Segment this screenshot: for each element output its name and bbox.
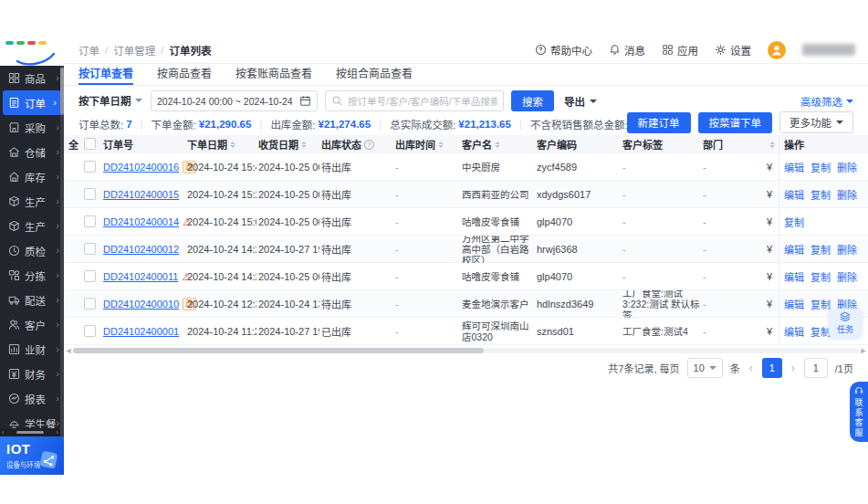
sidebar-item-客户[interactable]: 客户› — [0, 312, 64, 337]
column-header-cust[interactable]: 客户名 — [462, 135, 535, 153]
tab-按组合商品查看[interactable]: 按组合商品查看 — [336, 64, 413, 85]
sidebar-item-label: 订单 — [25, 96, 46, 110]
business-finance-icon — [8, 343, 20, 355]
topbar-action-设置[interactable]: 设置 — [715, 43, 751, 58]
order-by-recipe-button[interactable]: 按菜谱下单 — [698, 112, 773, 133]
sidebar-item-业财[interactable]: 业财› — [0, 337, 64, 362]
iot-module[interactable]: IOT 设备与环境 — [0, 436, 64, 475]
tab-按商品查看[interactable]: 按商品查看 — [157, 64, 212, 85]
op-复制-link[interactable]: 复制 — [810, 297, 831, 311]
sort-icon[interactable] — [769, 142, 775, 148]
op-编辑-link[interactable]: 编辑 — [784, 187, 804, 202]
op-复制-link[interactable]: 复制 — [810, 187, 831, 202]
op-编辑-link[interactable]: 编辑 — [784, 324, 804, 339]
op-复制-link[interactable]: 复制 — [784, 215, 804, 229]
date-range-input[interactable] — [151, 90, 318, 111]
date-range-value[interactable] — [157, 96, 294, 107]
sidebar-item-仓储[interactable]: 仓储› — [0, 140, 64, 164]
sidebar-hscrollbar[interactable]: ‹› — [0, 428, 60, 436]
hscroll-thumb[interactable] — [73, 348, 484, 353]
search-input[interactable] — [348, 96, 497, 107]
row-checkbox[interactable] — [84, 215, 96, 227]
sort-icon[interactable] — [495, 142, 500, 148]
order-number-link[interactable]: DD24102400012 — [103, 244, 179, 255]
prev-page-button[interactable]: ‹ — [748, 362, 755, 374]
sidebar-item-库存[interactable]: 库存› — [0, 164, 64, 189]
order-number-link[interactable]: DD24102400014 — [103, 216, 179, 227]
new-order-button[interactable]: 新建订单 — [627, 112, 691, 133]
column-header-recv[interactable]: 收货日期 — [258, 135, 319, 153]
topbar-action-帮助中心[interactable]: 帮助中心 — [535, 43, 592, 58]
sort-icon[interactable] — [301, 142, 307, 148]
sidebar-item-订单[interactable]: 订单› — [3, 90, 61, 115]
op-编辑-link[interactable]: 编辑 — [784, 242, 804, 257]
order-number-link[interactable]: DD24102400001 — [103, 326, 179, 337]
sidebar-item-报表[interactable]: 报表› — [0, 386, 64, 411]
user-name-masked[interactable] — [802, 44, 855, 56]
order-number-link[interactable]: DD24102400016 — [103, 162, 179, 173]
chevron-down-icon — [709, 366, 716, 370]
op-删除-link[interactable]: 删除 — [837, 269, 857, 284]
select-all-checkbox[interactable] — [84, 138, 96, 150]
row-checkbox[interactable] — [84, 188, 96, 200]
op-删除-link[interactable]: 删除 — [837, 187, 857, 202]
scroll-left-icon[interactable]: ◄ — [64, 346, 73, 355]
topbar-action-消息[interactable]: 消息 — [609, 43, 645, 58]
tab-按订单查看[interactable]: 按订单查看 — [78, 64, 133, 85]
search-input-wrap — [325, 90, 504, 111]
op-删除-link[interactable]: 删除 — [837, 160, 857, 174]
tab-按套账商品查看[interactable]: 按套账商品查看 — [235, 64, 312, 85]
search-button[interactable]: 搜索 — [511, 90, 554, 111]
sidebar-item-商品[interactable]: 商品› — [0, 66, 64, 90]
stat-label: 总实际成交额: — [390, 117, 455, 131]
sidebar-item-label: 生产 — [25, 219, 46, 234]
per-page-select[interactable]: 10 — [687, 358, 723, 378]
date-type-select[interactable]: 按下单日期 — [78, 93, 142, 108]
avatar[interactable] — [768, 41, 786, 59]
order-number-link[interactable]: DD24102400015 — [103, 189, 179, 200]
breadcrumb-item[interactable]: 订单 — [78, 43, 99, 58]
scroll-right-icon[interactable]: ► — [859, 346, 868, 355]
contact-support-tab[interactable]: 联系客服 — [850, 382, 868, 442]
export-button[interactable]: 导出 — [564, 94, 597, 109]
sidebar-item-生产[interactable]: 生产› — [0, 214, 64, 238]
calendar-icon — [299, 95, 311, 107]
op-复制-link[interactable]: 复制 — [810, 269, 831, 284]
current-page-button[interactable]: 1 — [762, 358, 782, 378]
more-functions-button[interactable]: 更多功能 — [779, 111, 853, 133]
column-header-amt[interactable] — [767, 135, 778, 153]
info-icon[interactable]: ? — [364, 140, 374, 150]
row-checkbox[interactable] — [84, 298, 96, 310]
column-header-out[interactable]: 出库时间 — [395, 135, 457, 153]
advanced-filter-button[interactable]: 高级筛选 — [800, 94, 853, 109]
page-jump-input[interactable]: 1 — [804, 358, 828, 378]
op-编辑-link[interactable]: 编辑 — [784, 269, 804, 284]
order-number-link[interactable]: DD24102400010 — [103, 299, 179, 310]
sidebar-item-质检[interactable]: 质检› — [0, 238, 64, 263]
next-page-button[interactable]: › — [790, 362, 797, 374]
op-编辑-link[interactable]: 编辑 — [784, 297, 804, 311]
column-header-place[interactable]: 下单日期 — [187, 135, 256, 153]
op-复制-link[interactable]: 复制 — [810, 160, 831, 174]
sidebar-item-生产[interactable]: 生产› — [0, 189, 64, 214]
op-删除-link[interactable]: 删除 — [837, 242, 857, 257]
sidebar-item-配送[interactable]: 配送› — [0, 288, 64, 312]
sidebar-item-采购[interactable]: 采购› — [0, 115, 64, 140]
row-checkbox[interactable] — [84, 270, 96, 282]
sort-icon[interactable] — [438, 142, 444, 148]
cell-dept: - — [703, 290, 759, 318]
sort-icon[interactable] — [230, 142, 235, 148]
op-复制-link[interactable]: 复制 — [810, 242, 831, 257]
breadcrumb-item[interactable]: 订单管理 — [113, 43, 155, 58]
sidebar-item-财务[interactable]: 财务› — [0, 362, 64, 386]
op-编辑-link[interactable]: 编辑 — [784, 160, 804, 174]
sidebar-item-分拣[interactable]: 分拣› — [0, 263, 64, 288]
task-floating-button[interactable]: 任务 — [829, 309, 862, 338]
order-number-link[interactable]: DD24102400011 — [103, 271, 178, 282]
row-checkbox[interactable] — [84, 243, 96, 255]
cell-dept: - — [703, 153, 759, 181]
topbar-action-应用[interactable]: 应用 — [662, 43, 698, 58]
row-checkbox[interactable] — [84, 161, 96, 173]
op-复制-link[interactable]: 复制 — [810, 324, 831, 339]
row-checkbox[interactable] — [84, 325, 96, 337]
